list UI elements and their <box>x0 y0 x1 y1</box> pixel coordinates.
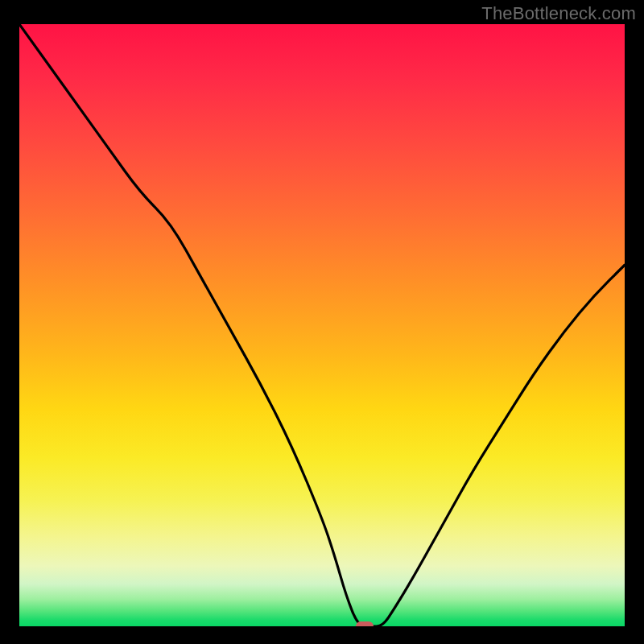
bottleneck-curve <box>19 24 625 626</box>
chart-frame: TheBottleneck.com <box>0 0 644 644</box>
curve-path <box>19 24 625 626</box>
plot-area <box>19 24 625 626</box>
watermark-text: TheBottleneck.com <box>481 3 636 24</box>
optimal-marker <box>356 621 374 626</box>
